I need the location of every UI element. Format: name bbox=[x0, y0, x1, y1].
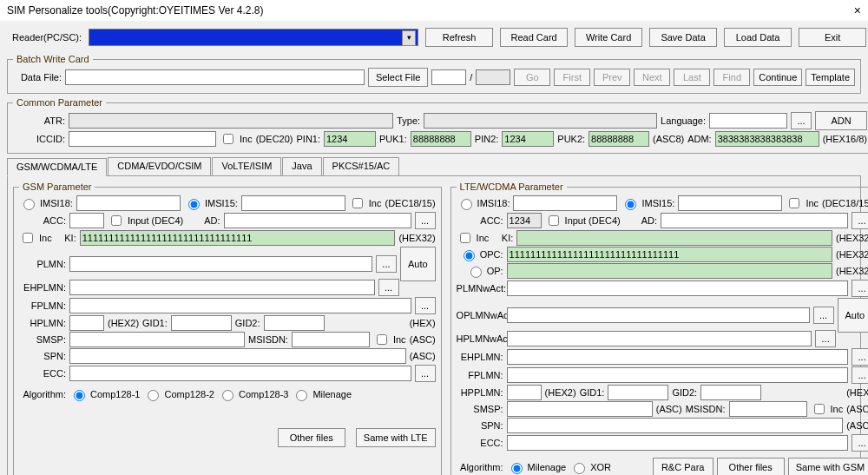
datafile-input[interactable] bbox=[65, 69, 365, 85]
gsm-acc-input-checkbox[interactable] bbox=[111, 215, 122, 226]
gsm-ad-dots-button[interactable]: ... bbox=[415, 212, 436, 229]
close-icon[interactable]: × bbox=[854, 4, 861, 16]
lte-ehplmn-input[interactable] bbox=[507, 349, 849, 365]
lte-op-radio[interactable] bbox=[470, 267, 482, 278]
lte-hplmnwact-dots-button[interactable]: ... bbox=[815, 330, 836, 347]
lte-auto-button[interactable]: Auto bbox=[838, 298, 868, 333]
tab-java[interactable]: Java bbox=[282, 157, 321, 175]
exit-button[interactable]: Exit bbox=[799, 28, 866, 47]
gsm-fplmn-input[interactable] bbox=[69, 298, 411, 313]
lte-rcpara-button[interactable]: R&C Para bbox=[653, 458, 713, 475]
lte-ad-input[interactable] bbox=[661, 213, 848, 228]
gsm-ad-input[interactable] bbox=[224, 213, 411, 228]
lte-gid2-input[interactable] bbox=[700, 385, 761, 400]
gsm-spn-input[interactable] bbox=[69, 348, 406, 364]
lte-fplmn-dots-button[interactable]: ... bbox=[852, 366, 868, 384]
lte-ehplmn-dots-button[interactable]: ... bbox=[852, 348, 868, 366]
gsm-imsi15-input[interactable] bbox=[241, 195, 345, 211]
tab-pkcs[interactable]: PKCS#15/AC bbox=[323, 157, 400, 175]
lte-ki-input[interactable] bbox=[516, 230, 832, 246]
lte-hpplmn-input[interactable] bbox=[507, 385, 542, 400]
gsm-acc-input[interactable] bbox=[69, 213, 104, 228]
tab-volte[interactable]: VoLTE/ISIM bbox=[212, 157, 281, 175]
gsm-imsi15-radio[interactable] bbox=[188, 199, 200, 210]
reader-select[interactable] bbox=[89, 29, 418, 46]
lte-imsi18-radio[interactable] bbox=[461, 199, 472, 210]
lte-samewithgsm-button[interactable]: Same with GSM bbox=[788, 458, 868, 475]
gsm-algo-comp1283-radio[interactable] bbox=[222, 390, 233, 401]
lte-ecc-input[interactable] bbox=[507, 435, 849, 451]
lte-imsi18-input[interactable] bbox=[513, 195, 617, 211]
lte-oplmnwact-dots-button[interactable]: ... bbox=[813, 307, 834, 324]
page-from-input[interactable] bbox=[431, 69, 466, 85]
gsm-algo-comp1281-radio[interactable] bbox=[74, 390, 85, 401]
savedata-button[interactable]: Save Data bbox=[649, 28, 717, 47]
lte-ecc-dots-button[interactable]: ... bbox=[852, 434, 868, 452]
lte-algo-milenage-radio[interactable] bbox=[511, 463, 523, 474]
gsm-ki-inc-checkbox[interactable] bbox=[23, 233, 33, 243]
template-button[interactable]: Template bbox=[806, 69, 855, 86]
lte-otherfiles-button[interactable]: Other files bbox=[717, 458, 785, 475]
gsm-imsi18-radio[interactable] bbox=[23, 199, 35, 210]
lte-acc-input-checkbox[interactable] bbox=[549, 215, 559, 226]
gsm-ki-input[interactable] bbox=[80, 230, 396, 246]
readcard-button[interactable]: Read Card bbox=[500, 28, 568, 47]
gsm-hplmn-input[interactable] bbox=[69, 315, 104, 331]
lte-imsi15-input[interactable] bbox=[678, 195, 782, 211]
continue-button[interactable]: Continue bbox=[753, 69, 802, 86]
first-button[interactable]: First bbox=[554, 69, 590, 86]
lte-imsi-inc-checkbox[interactable] bbox=[789, 198, 799, 208]
lte-ki-inc-checkbox[interactable] bbox=[460, 233, 470, 243]
gsm-algo-milenage-radio[interactable] bbox=[296, 390, 307, 401]
lte-plmnwact-input[interactable] bbox=[507, 280, 849, 296]
lte-plmnwact-dots-button[interactable]: ... bbox=[852, 280, 868, 297]
loaddata-button[interactable]: Load Data bbox=[724, 28, 792, 47]
gsm-smsp-input[interactable] bbox=[69, 332, 245, 347]
puk2-input[interactable] bbox=[589, 131, 649, 147]
lte-imsi15-radio[interactable] bbox=[625, 199, 636, 210]
gsm-gid2-input[interactable] bbox=[264, 315, 325, 331]
lte-spn-input[interactable] bbox=[507, 418, 844, 433]
adn-button[interactable]: ADN bbox=[815, 111, 867, 130]
lte-algo-xor-radio[interactable] bbox=[574, 463, 585, 474]
gsm-msisdn-input[interactable] bbox=[292, 332, 370, 347]
gsm-fplmn-dots-button[interactable]: ... bbox=[415, 297, 436, 314]
lte-hplmnwact-input[interactable] bbox=[507, 331, 812, 346]
gsm-auto-button[interactable]: Auto bbox=[400, 247, 436, 281]
lte-opc-radio[interactable] bbox=[464, 250, 475, 261]
lte-msisdn-input[interactable] bbox=[729, 401, 807, 417]
lang-input[interactable] bbox=[709, 113, 787, 129]
pin1-input[interactable] bbox=[324, 131, 376, 147]
gsm-msisdn-inc-checkbox[interactable] bbox=[377, 334, 387, 345]
gsm-imsi18-input[interactable] bbox=[76, 195, 181, 211]
gsm-ecc-dots-button[interactable]: ... bbox=[415, 365, 436, 382]
lang-dots-button[interactable]: ... bbox=[791, 112, 812, 129]
lte-ad-dots-button[interactable]: ... bbox=[852, 212, 868, 229]
tab-gsm[interactable]: GSM/WCDMA/LTE bbox=[7, 158, 107, 176]
tab-cdma[interactable]: CDMA/EVDO/CSIM bbox=[108, 157, 211, 175]
go-button[interactable]: Go bbox=[514, 69, 550, 86]
iccid-inc-checkbox[interactable] bbox=[223, 134, 233, 144]
lte-oplmnwact-input[interactable] bbox=[507, 307, 810, 323]
last-button[interactable]: Last bbox=[674, 69, 710, 86]
lte-msisdn-inc-checkbox[interactable] bbox=[814, 404, 825, 414]
iccid-input[interactable] bbox=[69, 131, 216, 147]
lte-smsp-input[interactable] bbox=[507, 401, 653, 417]
gsm-gid1-input[interactable] bbox=[171, 315, 232, 331]
refresh-button[interactable]: Refresh bbox=[425, 28, 493, 47]
gsm-otherfiles-button[interactable]: Other files bbox=[278, 428, 345, 447]
lte-op-input[interactable] bbox=[507, 263, 832, 279]
gsm-plmn-dots-button[interactable]: ... bbox=[376, 255, 397, 273]
lte-opc-input[interactable] bbox=[507, 247, 832, 262]
puk1-input[interactable] bbox=[411, 131, 471, 147]
gsm-ehplmn-dots-button[interactable]: ... bbox=[378, 279, 399, 296]
gsm-plmn-input[interactable] bbox=[69, 256, 372, 272]
prev-button[interactable]: Prev bbox=[594, 69, 630, 86]
gsm-imsi-inc-checkbox[interactable] bbox=[352, 198, 363, 208]
gsm-samewithlte-button[interactable]: Same with LTE bbox=[356, 428, 436, 447]
gsm-ehplmn-input[interactable] bbox=[69, 280, 375, 295]
selectfile-button[interactable]: Select File bbox=[368, 68, 428, 87]
find-button[interactable]: Find bbox=[713, 69, 750, 86]
lte-fplmn-input[interactable] bbox=[507, 367, 849, 383]
adm-input[interactable] bbox=[715, 131, 819, 147]
